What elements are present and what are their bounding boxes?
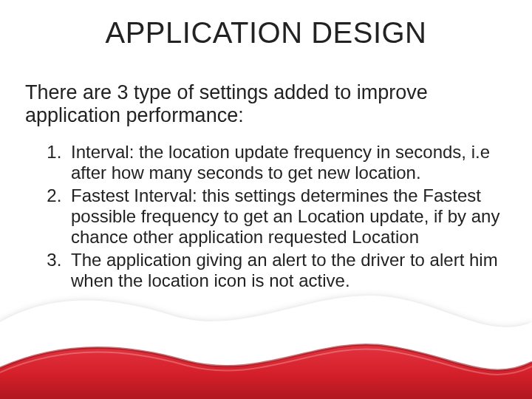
- settings-list: Interval: the location update frequency …: [25, 142, 502, 293]
- slide-title: APPLICATION DESIGN: [0, 16, 532, 50]
- list-item: The application giving an alert to the d…: [66, 250, 502, 292]
- wave-red-highlight: [0, 349, 532, 375]
- wave-red-edge: [0, 344, 532, 370]
- intro-paragraph: There are 3 type of settings added to im…: [25, 81, 502, 127]
- wave-shadow-shape: [0, 299, 532, 399]
- wave-red-ribbon: [0, 344, 532, 399]
- list-item: Interval: the location update frequency …: [66, 142, 502, 184]
- slide-container: APPLICATION DESIGN There are 3 type of s…: [0, 0, 532, 399]
- list-item: Fastest Interval: this settings determin…: [66, 185, 502, 248]
- wave-white-crest: [0, 296, 532, 399]
